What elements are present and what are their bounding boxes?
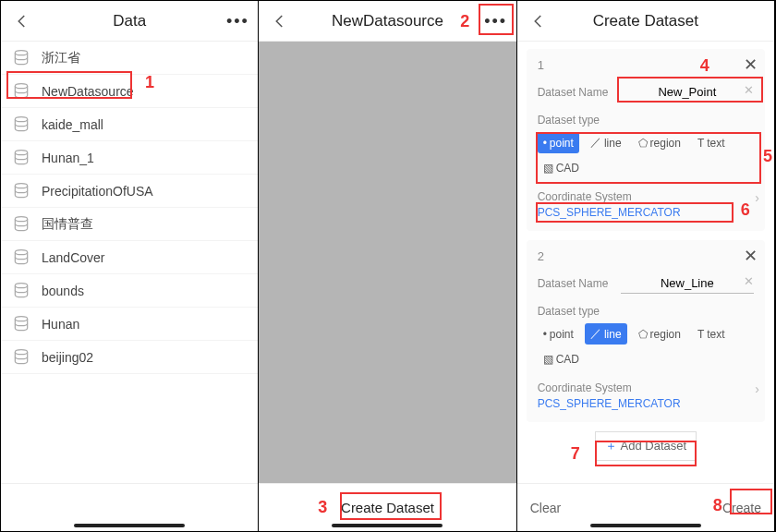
- database-icon: [12, 82, 30, 101]
- database-icon: [12, 115, 30, 134]
- page-title: Create Dataset: [593, 12, 698, 30]
- create-button[interactable]: Create: [722, 501, 761, 515]
- type-icon: ⬠: [638, 328, 648, 341]
- card-index: 2: [538, 249, 754, 263]
- coord-value[interactable]: PCS_SPHERE_MERCATOR: [538, 206, 681, 219]
- datasource-row[interactable]: Hunan: [1, 308, 258, 341]
- dataset-name-field: Dataset Name✕: [538, 81, 754, 103]
- type-option-point[interactable]: •point: [538, 132, 579, 153]
- datasource-row[interactable]: 国情普查: [1, 208, 258, 241]
- coord-value[interactable]: PCS_SPHERE_MERCATOR: [538, 397, 681, 410]
- dataset-type-label: Dataset type: [538, 114, 754, 127]
- type-icon: ／: [590, 135, 601, 151]
- close-icon[interactable]: ✕: [744, 246, 758, 266]
- home-indicator: [332, 524, 443, 527]
- datasource-row[interactable]: NewDatasource: [1, 75, 258, 108]
- panel-newdatasource: NewDatasource ••• Create Dataset 2 3: [259, 1, 516, 531]
- type-option-line[interactable]: ／line: [585, 323, 627, 345]
- type-label: CAD: [556, 162, 579, 175]
- datasource-row[interactable]: 浙江省: [1, 42, 258, 75]
- header: Data •••: [1, 1, 258, 42]
- empty-body: [259, 42, 515, 483]
- database-icon: [12, 348, 30, 367]
- back-button[interactable]: [525, 1, 552, 42]
- database-icon: [12, 49, 30, 67]
- dataset-card: 2✕Dataset Name✕Dataset type•point／line⬠r…: [527, 240, 765, 422]
- svg-point-7: [15, 283, 27, 287]
- input-wrap: ✕: [621, 272, 754, 294]
- svg-point-0: [15, 50, 27, 54]
- type-option-text[interactable]: Ttext: [692, 323, 731, 345]
- chevron-right-icon[interactable]: ›: [755, 381, 759, 396]
- type-option-CAD[interactable]: ▧CAD: [538, 350, 585, 369]
- back-button[interactable]: [8, 1, 36, 42]
- datasource-row[interactable]: LandCover: [1, 241, 258, 274]
- type-option-region[interactable]: ⬠region: [633, 323, 686, 345]
- dataset-name-label: Dataset Name: [538, 277, 621, 290]
- svg-point-6: [15, 249, 27, 254]
- type-label: point: [550, 328, 574, 341]
- more-button[interactable]: •••: [223, 6, 252, 36]
- datasource-name: NewDatasource: [42, 84, 134, 99]
- svg-point-2: [15, 116, 27, 121]
- datasource-row[interactable]: PrecipitationOfUSA: [1, 175, 258, 208]
- type-option-region[interactable]: ⬠region: [633, 132, 686, 153]
- database-icon: [12, 248, 30, 267]
- datasource-name: LandCover: [42, 250, 105, 265]
- create-dataset-button[interactable]: Create Dataset: [326, 494, 449, 521]
- header: NewDatasource •••: [259, 1, 515, 42]
- datasource-row[interactable]: beijing02: [1, 341, 258, 374]
- svg-point-4: [15, 183, 27, 187]
- footer: Create Dataset: [259, 483, 515, 531]
- dataset-name-input[interactable]: [621, 276, 754, 290]
- coord-label: Coordinate System›: [538, 381, 754, 394]
- coord-label: Coordinate System›: [538, 190, 754, 203]
- datasource-name: PrecipitationOfUSA: [42, 184, 153, 199]
- type-icon: ⬠: [638, 137, 648, 150]
- back-button[interactable]: [266, 1, 294, 42]
- svg-point-5: [15, 216, 27, 221]
- type-label: line: [604, 328, 622, 341]
- datasource-row[interactable]: bounds: [1, 274, 258, 308]
- header: Create Dataset: [517, 1, 774, 42]
- chevron-right-icon[interactable]: ›: [755, 190, 759, 205]
- datasource-row[interactable]: Hunan_1: [1, 141, 258, 175]
- add-dataset-label: Add Dataset: [621, 439, 687, 453]
- card-index: 1: [538, 58, 754, 72]
- type-label: text: [707, 137, 724, 150]
- database-icon: [12, 282, 30, 300]
- datasource-row[interactable]: kaide_mall: [1, 108, 258, 141]
- type-option-text[interactable]: Ttext: [692, 132, 731, 153]
- footer: [1, 483, 258, 531]
- home-indicator: [590, 524, 701, 527]
- type-label: point: [550, 137, 574, 150]
- type-option-point[interactable]: •point: [538, 323, 579, 345]
- panel-data: Data ••• 浙江省NewDatasourcekaide_mallHunan…: [1, 1, 259, 531]
- type-row: •point／line⬠regionTtext▧CAD: [538, 323, 754, 369]
- svg-point-9: [15, 349, 27, 354]
- type-icon: T: [697, 137, 704, 150]
- clear-input-icon[interactable]: ✕: [744, 83, 754, 97]
- type-icon: ▧: [543, 162, 553, 175]
- more-button[interactable]: •••: [481, 6, 511, 36]
- database-icon: [12, 182, 30, 200]
- database-icon: [12, 315, 30, 333]
- svg-point-8: [15, 316, 27, 320]
- clear-input-icon[interactable]: ✕: [744, 274, 754, 288]
- type-icon: ▧: [543, 353, 553, 366]
- dataset-type-label: Dataset type: [538, 305, 754, 318]
- close-icon[interactable]: ✕: [744, 54, 758, 75]
- dataset-name-input[interactable]: [621, 85, 754, 99]
- type-label: region: [650, 328, 681, 341]
- plus-icon: ＋: [605, 439, 617, 453]
- panel-create-dataset: Create Dataset 1✕Dataset Name✕Dataset ty…: [517, 1, 775, 531]
- add-dataset-button[interactable]: ＋Add Dataset: [595, 431, 697, 461]
- datasource-name: Hunan: [42, 317, 79, 332]
- page-title: NewDatasource: [332, 12, 443, 30]
- type-icon: ／: [590, 326, 601, 342]
- type-icon: T: [697, 328, 704, 341]
- svg-point-1: [15, 83, 27, 88]
- type-option-line[interactable]: ／line: [585, 132, 627, 153]
- type-option-CAD[interactable]: ▧CAD: [538, 159, 585, 177]
- clear-button[interactable]: Clear: [530, 501, 561, 515]
